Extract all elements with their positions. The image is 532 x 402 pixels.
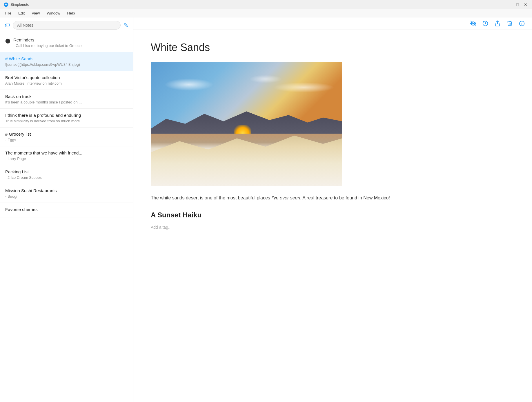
note-item-favorite-cherries[interactable]: Favorite cherries xyxy=(0,203,133,217)
note-title: Reminders xyxy=(13,37,82,42)
search-input[interactable] xyxy=(13,21,121,30)
note-body-em: I've ever seen xyxy=(271,195,300,200)
menu-help[interactable]: Help xyxy=(64,10,78,16)
sidebar: 🏷 ✎ ⬤ Reminders - Call Lisa re: buying o… xyxy=(0,17,133,402)
window-controls: — □ ✕ xyxy=(506,2,529,8)
history-icon[interactable] xyxy=(482,20,489,27)
note-item-packing-list[interactable]: Packing List - 2 Ice Cream Scoops xyxy=(0,165,133,184)
note-title: The moments that we have with friend... xyxy=(5,150,128,155)
app-icon xyxy=(3,2,9,7)
app-logo: Simplenote xyxy=(3,2,29,7)
editor[interactable]: White Sands The white sands desert is on… xyxy=(133,30,532,402)
note-subtitle: True simplicity is derived from so much … xyxy=(5,119,128,123)
note-subtitle: - Call Lisa re: buying our ticket to Gre… xyxy=(13,43,82,48)
note-item-back-on-track[interactable]: Back on track It's been a couple months … xyxy=(0,90,133,109)
note-subtitle: - Larry Page xyxy=(5,157,128,161)
menu-window[interactable]: Window xyxy=(44,10,63,16)
tag-icon[interactable]: 🏷 xyxy=(5,22,10,28)
info-icon[interactable] xyxy=(519,20,525,27)
note-title: Packing List xyxy=(5,169,128,174)
share-icon[interactable] xyxy=(494,20,501,27)
menu-file[interactable]: File xyxy=(2,10,14,16)
image-sand xyxy=(151,130,342,186)
note-title: # White Sands xyxy=(5,56,128,61)
note-title: Back on track xyxy=(5,94,128,99)
preview-icon[interactable] xyxy=(470,20,476,27)
image-sun xyxy=(234,125,251,134)
note-title: # Grocery list xyxy=(5,132,128,137)
delete-icon[interactable] xyxy=(506,20,513,27)
sidebar-header: 🏷 ✎ xyxy=(0,17,133,33)
note-item-white-sands[interactable]: # White Sands ![sunset](https://cldup.co… xyxy=(0,52,133,71)
maximize-button[interactable]: □ xyxy=(515,2,520,8)
note-subtitle: It's been a couple months since I posted… xyxy=(5,100,128,104)
app-body: 🏷 ✎ ⬤ Reminders - Call Lisa re: buying o… xyxy=(0,17,532,402)
note-body-after-em: . A real treasure to be found in New Mex… xyxy=(300,195,390,200)
minimize-button[interactable]: — xyxy=(506,2,512,8)
close-button[interactable]: ✕ xyxy=(523,2,529,8)
menu-edit[interactable]: Edit xyxy=(15,10,28,16)
note-title: Favorite cherries xyxy=(5,207,128,212)
title-bar: Simplenote — □ ✕ xyxy=(0,0,532,9)
note-subtitle: ![sunset](https://cldup.com/9wpWU84l3n.j… xyxy=(5,62,128,67)
note-section-title: A Sunset Haiku xyxy=(151,211,515,219)
main-content: White Sands The white sands desert is on… xyxy=(133,17,532,402)
app-name: Simplenote xyxy=(10,2,29,7)
note-subtitle: - 2 Ice Cream Scoops xyxy=(5,175,128,180)
note-body: The white sands desert is one of the mos… xyxy=(151,194,515,202)
note-subtitle: - Suogi xyxy=(5,194,128,199)
toolbar xyxy=(133,17,532,30)
note-title: Bret Victor's quote collection xyxy=(5,75,128,80)
note-title: Mission Sushi Restaurants xyxy=(5,188,128,193)
new-note-button[interactable]: ✎ xyxy=(124,22,128,29)
note-image xyxy=(151,62,342,186)
note-item-bret-victor[interactable]: Bret Victor's quote collection Alan Moor… xyxy=(0,71,133,90)
menu-bar: File Edit View Window Help xyxy=(0,9,532,17)
note-main-title: White Sands xyxy=(151,41,515,54)
note-body-before-em: The white sands desert is one of the mos… xyxy=(151,195,271,200)
note-subtitle: - Eggs xyxy=(5,138,128,142)
notes-list: ⬤ Reminders - Call Lisa re: buying our t… xyxy=(0,33,133,402)
add-tag-field[interactable]: Add a tag... xyxy=(151,225,515,230)
note-item-moments[interactable]: The moments that we have with friend... … xyxy=(0,146,133,165)
note-item-mission-sushi[interactable]: Mission Sushi Restaurants - Suogi xyxy=(0,184,133,203)
note-item-reminders[interactable]: ⬤ Reminders - Call Lisa re: buying our t… xyxy=(0,33,133,52)
note-subtitle: Alan Moore: interview on mtv.com xyxy=(5,81,128,86)
menu-view[interactable]: View xyxy=(29,10,43,16)
note-item-profound[interactable]: I think there is a profound and enduring… xyxy=(0,109,133,128)
note-title: I think there is a profound and enduring xyxy=(5,113,128,118)
note-item-grocery-list[interactable]: # Grocery list - Eggs xyxy=(0,128,133,146)
reminders-radio[interactable]: ⬤ xyxy=(5,38,10,43)
